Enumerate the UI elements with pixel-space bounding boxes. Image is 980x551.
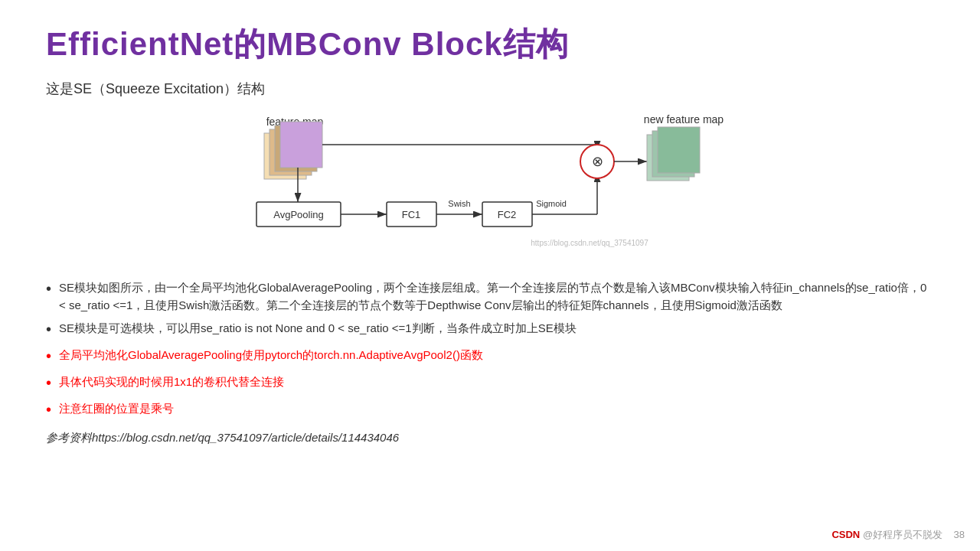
bullet-item-4: 具体代码实现的时候用1x1的卷积代替全连接 <box>46 373 934 395</box>
subtitle: 这是SE（Squeeze Excitation）结构 <box>46 80 934 98</box>
bullet-text-3: 全局平均池化GlobalAveragePooling使用pytorch的torc… <box>59 346 483 364</box>
bullet-text-4: 具体代码实现的时候用1x1的卷积代替全连接 <box>59 373 284 390</box>
svg-text:new feature map: new feature map <box>644 113 724 126</box>
slide: EfficientNet的MBConv Block结构 这是SE（Squeeze… <box>0 0 980 551</box>
watermark: CSDN @好程序员不脱发 38 <box>831 528 965 542</box>
svg-text:Sigmoid: Sigmoid <box>536 199 567 208</box>
bullet-item-5: 注意红圈的位置是乘号 <box>46 399 934 422</box>
svg-text:Swish: Swish <box>448 199 470 208</box>
bullet-text-5: 注意红圈的位置是乘号 <box>59 399 174 417</box>
bullet-text-2: SE模块是可选模块，可以用se_ratio is not None and 0 … <box>59 319 577 337</box>
bullet-list: SE模块如图所示，由一个全局平均池化GlobalAveragePooling，两… <box>46 279 934 422</box>
svg-rect-25 <box>658 127 700 173</box>
svg-text:FC1: FC1 <box>402 209 421 220</box>
bullet-text-1: SE模块如图所示，由一个全局平均池化GlobalAveragePooling，两… <box>59 279 934 315</box>
svg-text:AvgPooling: AvgPooling <box>273 209 324 220</box>
diagram-area: feature map AvgPooling FC1 Swish FC2 <box>46 112 934 265</box>
svg-rect-4 <box>280 122 322 168</box>
bullet-item-1: SE模块如图所示，由一个全局平均池化GlobalAveragePooling，两… <box>46 279 934 315</box>
svg-text:FC2: FC2 <box>498 209 517 220</box>
watermark-text: @好程序员不脱发 <box>863 529 942 540</box>
svg-text:https://blog.csdn.net/qq_37541: https://blog.csdn.net/qq_37541097 <box>531 239 648 247</box>
svg-text:⊗: ⊗ <box>592 154 603 169</box>
page-title: EfficientNet的MBConv Block结构 <box>46 23 934 66</box>
bullet-item-3: 全局平均池化GlobalAveragePooling使用pytorch的torc… <box>46 346 934 368</box>
diagram-svg: feature map AvgPooling FC1 Swish FC2 <box>222 112 758 265</box>
page-number: 38 <box>954 529 965 540</box>
bullet-item-2: SE模块是可选模块，可以用se_ratio is not None and 0 … <box>46 319 934 341</box>
reference-text: 参考资料https://blog.csdn.net/qq_37541097/ar… <box>46 431 934 445</box>
brand-label: CSDN <box>831 529 860 540</box>
